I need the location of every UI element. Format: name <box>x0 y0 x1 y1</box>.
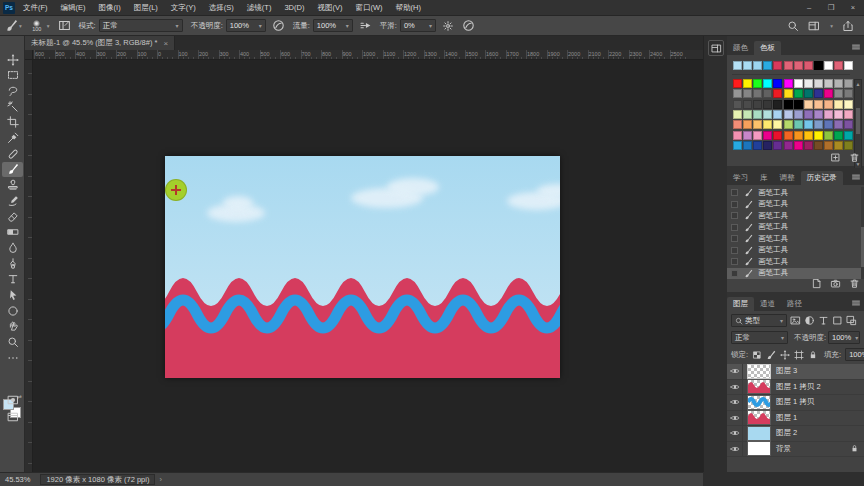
history-source-checkbox[interactable] <box>731 224 738 231</box>
recent-swatch[interactable] <box>844 61 853 70</box>
lock-transparency-icon[interactable] <box>752 350 762 360</box>
search-icon[interactable] <box>787 20 799 32</box>
layer-row[interactable]: 图层 1 拷贝 <box>727 395 864 411</box>
menu-item-1[interactable]: 编辑(E) <box>61 3 86 13</box>
color-swatch[interactable] <box>814 89 823 98</box>
history-state[interactable]: 画笔工具 <box>727 256 864 268</box>
minimize-button[interactable]: – <box>798 0 820 15</box>
pressure-size-icon[interactable] <box>462 19 475 32</box>
lock-all-icon[interactable] <box>808 350 818 360</box>
color-swatch[interactable] <box>824 141 833 150</box>
color-swatch[interactable] <box>814 131 823 140</box>
pen-tool[interactable] <box>2 256 23 271</box>
layer-thumbnail[interactable] <box>748 411 770 424</box>
history-source-checkbox[interactable] <box>731 201 738 208</box>
type-tool[interactable] <box>2 272 23 287</box>
layer-row[interactable]: 图层 2 <box>727 426 864 442</box>
layer-visibility-toggle[interactable] <box>727 441 743 457</box>
color-swatch[interactable] <box>784 141 793 150</box>
move-tool[interactable] <box>2 52 23 67</box>
brush-tool-preset-icon[interactable] <box>5 19 18 32</box>
layer-blend-mode-select[interactable]: 正常▾ <box>731 331 788 344</box>
menu-item-8[interactable]: 视图(V) <box>317 3 342 13</box>
recent-swatch[interactable] <box>784 61 793 70</box>
eyedropper-tool[interactable] <box>2 131 23 146</box>
brush-picker-chevron-icon[interactable]: ▾ <box>47 23 50 29</box>
crop-tool[interactable] <box>2 115 23 130</box>
history-source-checkbox[interactable] <box>731 247 738 254</box>
history-state[interactable]: 画笔工具 <box>727 233 864 245</box>
color-swatch[interactable] <box>794 100 803 109</box>
color-swatch[interactable] <box>733 79 742 88</box>
menu-item-5[interactable]: 选择(S) <box>209 3 234 13</box>
color-swatch[interactable] <box>773 110 782 119</box>
quick-mask-button[interactable] <box>2 392 23 407</box>
color-swatch[interactable] <box>804 141 813 150</box>
history-source-checkbox[interactable] <box>731 235 738 242</box>
color-swatch[interactable] <box>733 100 742 109</box>
document-tab[interactable]: 未标题-1 @ 45.5% (图层 3, RGB/8#) * × <box>25 36 175 50</box>
color-swatch[interactable] <box>844 110 853 119</box>
shape-tool[interactable] <box>2 303 23 318</box>
color-swatch[interactable] <box>824 110 833 119</box>
recent-swatch[interactable] <box>753 61 762 70</box>
history-state[interactable]: 画笔工具 <box>727 187 864 199</box>
color-swatch[interactable] <box>743 131 752 140</box>
layer-visibility-toggle[interactable] <box>727 426 743 442</box>
swatches-tab-0[interactable]: 颜色 <box>727 41 754 55</box>
layer-visibility-toggle[interactable] <box>727 364 743 380</box>
color-swatch[interactable] <box>844 141 853 150</box>
color-swatch[interactable] <box>804 120 813 129</box>
marquee-tool[interactable] <box>2 68 23 83</box>
layer-row[interactable]: 图层 3 <box>727 364 864 380</box>
recent-swatch[interactable] <box>794 61 803 70</box>
color-swatch[interactable] <box>844 79 853 88</box>
tool-preset-chevron-icon[interactable]: ▾ <box>19 23 22 29</box>
color-swatch[interactable] <box>753 79 762 88</box>
healing-brush-tool[interactable] <box>2 146 23 161</box>
color-swatch[interactable] <box>844 131 853 140</box>
collapsed-panel-icon[interactable] <box>708 40 724 56</box>
layers-panel-menu-icon[interactable] <box>851 298 861 308</box>
color-swatch[interactable] <box>834 89 843 98</box>
color-swatch[interactable] <box>834 141 843 150</box>
color-swatch[interactable] <box>733 131 742 140</box>
color-swatch[interactable] <box>743 141 752 150</box>
new-swatch-icon[interactable] <box>830 152 841 163</box>
recent-swatch[interactable] <box>773 61 782 70</box>
color-swatch[interactable] <box>773 79 782 88</box>
gradient-tool[interactable] <box>2 225 23 240</box>
layer-row[interactable]: 背景 <box>727 442 864 458</box>
color-swatch[interactable] <box>844 120 853 129</box>
color-swatch[interactable] <box>834 110 843 119</box>
color-swatch[interactable] <box>794 110 803 119</box>
airbrush-icon[interactable] <box>359 19 372 32</box>
history-source-checkbox[interactable] <box>731 270 738 277</box>
status-options-chevron-icon[interactable]: › <box>159 475 162 484</box>
screen-mode-button[interactable] <box>2 409 23 424</box>
history-state[interactable]: 画笔工具 <box>727 222 864 234</box>
color-swatch[interactable] <box>763 89 772 98</box>
color-swatch[interactable] <box>784 110 793 119</box>
color-swatch[interactable] <box>784 79 793 88</box>
color-swatch[interactable] <box>733 89 742 98</box>
color-swatch[interactable] <box>733 141 742 150</box>
color-swatch[interactable] <box>773 120 782 129</box>
color-swatch[interactable] <box>824 131 833 140</box>
history-tab-2[interactable]: 调整 <box>774 171 801 185</box>
layer-thumbnail[interactable] <box>748 427 770 440</box>
layer-visibility-toggle[interactable] <box>727 395 743 411</box>
color-swatch[interactable] <box>834 131 843 140</box>
flow-select[interactable]: 100%▾ <box>313 19 353 32</box>
restore-button[interactable]: ❐ <box>820 0 842 15</box>
color-swatch[interactable] <box>763 120 772 129</box>
new-snapshot-icon[interactable] <box>830 278 841 289</box>
color-swatch[interactable] <box>834 100 843 109</box>
color-swatch[interactable] <box>763 141 772 150</box>
brush-tool[interactable] <box>2 162 23 177</box>
color-swatch[interactable] <box>773 141 782 150</box>
layer-opacity-select[interactable]: 100%▾ <box>828 331 860 344</box>
layers-tab-0[interactable]: 图层 <box>727 297 754 311</box>
color-swatch[interactable] <box>804 79 813 88</box>
history-tab-0[interactable]: 学习 <box>727 171 754 185</box>
